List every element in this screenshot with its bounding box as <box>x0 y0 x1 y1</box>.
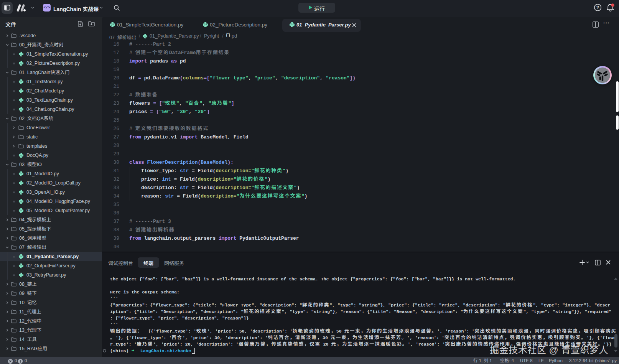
svg-text:?: ? <box>596 5 599 10</box>
